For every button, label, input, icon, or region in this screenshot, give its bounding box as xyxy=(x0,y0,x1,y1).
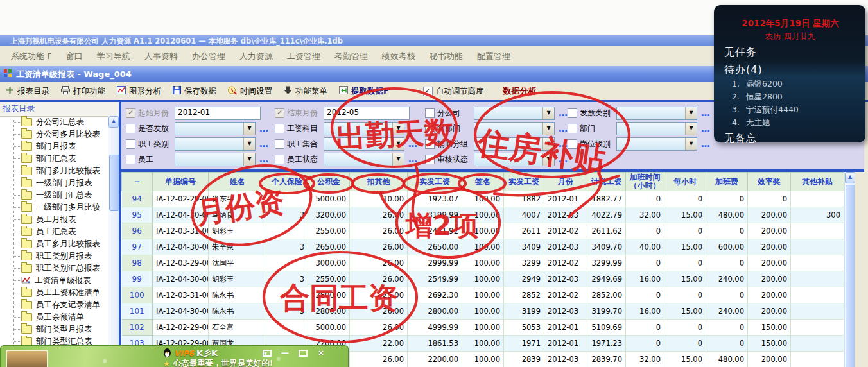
cell-overtime-pay[interactable]: 240.00 xyxy=(706,303,748,320)
sidebar-item[interactable]: 一级部门多月比较 xyxy=(0,201,108,214)
cell-per-hour[interactable]: 0 xyxy=(664,255,706,271)
cell-paid-wage-2[interactable]: 4007 xyxy=(504,207,544,223)
cell-row-number[interactable]: 95 xyxy=(122,207,153,223)
cell-doc-no[interactable]: IA-12-02-29-0002 xyxy=(153,320,209,336)
cell-efficiency-bonus[interactable]: 150.00 xyxy=(748,320,791,336)
auto-adjust-height-checkbox[interactable] xyxy=(423,87,433,96)
cell-overtime-hours[interactable]: 0 xyxy=(626,191,664,207)
cell-per-hour[interactable]: 15.00 xyxy=(664,352,706,367)
cell-overtime-pay[interactable]: 240.00 xyxy=(706,271,748,287)
sidebar-item[interactable]: 一级部门汇总表 xyxy=(0,189,108,201)
cell-overtime-pay[interactable]: 0 xyxy=(706,336,748,352)
cell-provident-fund[interactable]: 2650.00 xyxy=(308,239,350,255)
cell-per-hour[interactable]: 15.00 xyxy=(664,271,706,287)
dropdown-arrow-icon[interactable]: ▼ xyxy=(685,123,697,135)
col-header-per-hour[interactable]: 每小时 xyxy=(664,173,706,191)
sidebar-item[interactable]: 员工工资标准清单 xyxy=(0,287,108,299)
cell-efficiency-bonus[interactable]: 200.00 xyxy=(748,352,791,367)
cell-other-subsidy[interactable] xyxy=(791,255,844,271)
cell-overtime-pay[interactable]: 0 xyxy=(706,320,748,336)
cell-paid-wage-2[interactable]: 2839 xyxy=(504,352,544,367)
time-settings-button[interactable]: 时间设置 xyxy=(223,83,276,99)
filter-checkbox[interactable] xyxy=(275,108,284,118)
cell-personal-insurance[interactable]: 3 xyxy=(266,207,308,223)
filter-checkbox[interactable] xyxy=(275,124,284,133)
filter-checkbox[interactable] xyxy=(126,155,135,164)
cell-efficiency-bonus[interactable]: 200.00 xyxy=(748,287,791,303)
cell-row-number[interactable]: 100 xyxy=(122,287,153,303)
more-options-button[interactable]: … xyxy=(259,123,269,133)
cell-overtime-pay[interactable]: 0 xyxy=(706,191,748,207)
dropdown-arrow-icon[interactable]: ▼ xyxy=(542,138,554,150)
sidebar-item[interactable]: 员工余额清单 xyxy=(0,311,108,323)
cell-signature[interactable]: 100.00 xyxy=(462,207,504,223)
cell-signature[interactable]: 100.00 xyxy=(462,352,504,367)
cell-per-hour[interactable]: 0 xyxy=(664,336,706,352)
sidebar-item-selected[interactable]: 工资清单级报表 xyxy=(0,275,108,287)
sidebar-item[interactable]: 职工类别汇总报表 xyxy=(0,262,108,275)
cell-overtime-hours[interactable]: 16.00 xyxy=(626,271,664,287)
cell-provident-fund[interactable]: 2550.00 xyxy=(308,223,350,239)
cell-doc-no[interactable]: IA-12-04-30-0003 xyxy=(153,303,209,320)
dropdown-arrow-icon[interactable]: ▼ xyxy=(392,138,404,150)
cell-row-number[interactable]: 97 xyxy=(122,239,153,255)
cell-personal-insurance[interactable]: 3 xyxy=(266,271,308,287)
sidebar-item[interactable]: 部门汇总表 xyxy=(0,153,108,165)
scroll-up-button[interactable]: ▲ xyxy=(845,172,855,184)
cell-name[interactable]: 胡彩玉 xyxy=(209,271,266,287)
more-options-button[interactable]: … xyxy=(559,123,568,133)
filter-checkbox[interactable] xyxy=(126,108,135,118)
col-header-doc-no[interactable]: 单据编号 xyxy=(153,173,209,191)
cell-other-subsidy[interactable] xyxy=(791,336,844,352)
col-header-month[interactable]: 月份 xyxy=(544,173,587,191)
cell-taxable-wage[interactable]: 1971.23 xyxy=(587,336,626,352)
cell-signature[interactable]: 100.00 xyxy=(462,287,504,303)
cell-month[interactable]: 2012-02 xyxy=(544,287,587,303)
auto-adjust-height-option[interactable]: 自动调节高度 xyxy=(423,86,484,97)
sidebar-item[interactable]: 一级部门月报表 xyxy=(0,177,108,189)
filter-checkbox[interactable] xyxy=(425,139,435,149)
col-header-personal-insurance[interactable]: 个人保险 xyxy=(266,173,308,191)
cell-row-number[interactable]: 94 xyxy=(122,191,153,207)
col-header-taxable-wage[interactable]: 计税工资 xyxy=(587,173,626,191)
extract-data-button[interactable]: 提取数据F xyxy=(334,83,393,99)
cell-month[interactable]: 2012-03 xyxy=(544,352,587,367)
dropdown-arrow-icon[interactable]: ▼ xyxy=(243,153,255,166)
sidebar-item[interactable]: 职工类别月报表 xyxy=(0,250,108,262)
cell-taxable-wage[interactable]: 2949.69 xyxy=(587,271,626,287)
filter-dropdown[interactable]: ▼ xyxy=(324,137,404,151)
cell-row-number[interactable]: 102 xyxy=(122,320,153,336)
cell-doc-no[interactable]: IA-12-03-29-0001 xyxy=(153,255,209,271)
cell-provident-fund[interactable]: 5000.00 xyxy=(308,191,350,207)
chart-analysis-button[interactable]: 图形分析 xyxy=(112,83,165,99)
more-options-button[interactable]: … xyxy=(408,154,418,164)
cell-overtime-hours[interactable]: 16.00 xyxy=(626,303,664,320)
cell-overtime-pay[interactable]: 480.00 xyxy=(706,207,748,223)
cell-name[interactable]: 朱全恩 xyxy=(209,239,266,255)
cell-deduct-other[interactable]: 26.00 xyxy=(350,255,408,271)
more-options-button[interactable]: … xyxy=(701,108,711,118)
save-data-button[interactable]: 保存数据 xyxy=(168,83,220,99)
cell-overtime-hours[interactable]: 0 xyxy=(626,223,664,239)
more-options-button[interactable]: … xyxy=(408,123,418,133)
cell-paid-wage-2[interactable]: 3409 xyxy=(504,239,544,255)
cell-efficiency-bonus[interactable]: 200.00 xyxy=(748,255,791,271)
cell-provident-fund[interactable]: 3200.00 xyxy=(308,207,350,223)
month-input[interactable]: 2012-05 xyxy=(324,107,410,120)
more-options-button[interactable]: … xyxy=(559,108,568,118)
cell-taxable-wage[interactable]: 3409.70 xyxy=(587,239,626,255)
cell-taxable-wage[interactable]: 3199.70 xyxy=(587,303,626,320)
cell-provident-fund[interactable]: 3000.00 xyxy=(308,255,350,271)
cell-personal-insurance[interactable] xyxy=(266,223,308,239)
cell-taxable-wage[interactable]: 1882.77 xyxy=(587,191,626,207)
cell-overtime-hours[interactable]: 0 xyxy=(626,255,664,271)
cell-month[interactable]: 2012-03 xyxy=(544,239,587,255)
report-catalog-button[interactable]: 报表目录 xyxy=(1,83,53,99)
filter-checkbox[interactable] xyxy=(275,139,284,149)
filter-dropdown[interactable]: ▼ xyxy=(474,137,555,151)
cell-other-subsidy[interactable] xyxy=(791,287,844,303)
filter-dropdown[interactable]: ▼ xyxy=(616,137,697,151)
cell-other-subsidy[interactable] xyxy=(791,191,844,207)
cell-paid-wage-2[interactable]: 3199 xyxy=(504,303,544,320)
more-options-button[interactable]: … xyxy=(259,154,269,164)
